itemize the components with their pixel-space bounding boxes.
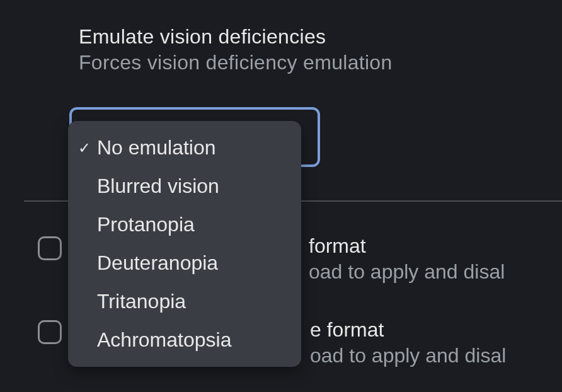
checkmark-icon: ✓ [78,139,97,157]
dropdown-option-label: Deuteranopia [97,251,289,275]
checkbox-label-group-1: format oad to apply and disal [309,234,505,284]
dropdown-option-achromatopsia[interactable]: Achromatopsia [68,321,301,359]
dropdown-option-label: Blurred vision [97,175,289,198]
checkbox-row-format-2 [38,320,62,344]
dropdown-option-deuteranopia[interactable]: Deuteranopia [68,244,301,282]
checkbox-format-2[interactable] [38,320,62,344]
checkbox-label-group-2: e format oad to apply and disal [310,318,506,367]
dropdown-option-label: No emulation [97,136,289,159]
dropdown-option-label: Achromatopsia [97,328,289,352]
vision-deficiency-dropdown: ✓ No emulation Blurred vision Protanopia… [68,121,301,367]
dropdown-option-tritanopia[interactable]: Tritanopia [68,282,301,321]
dropdown-option-protanopia[interactable]: Protanopia [68,205,301,244]
checkbox-desc-2: oad to apply and disal [310,344,506,367]
checkbox-title-1: format [309,234,505,258]
dropdown-option-label: Tritanopia [97,290,289,313]
dropdown-option-blurred-vision[interactable]: Blurred vision [68,167,301,205]
checkbox-format-1[interactable] [38,236,62,260]
checkbox-row-format-1 [38,236,62,260]
checkbox-title-2: e format [310,318,506,342]
dropdown-option-no-emulation[interactable]: ✓ No emulation [68,129,301,167]
section-description: Forces vision deficiency emulation [79,51,562,74]
checkbox-desc-1: oad to apply and disal [309,260,505,284]
section-title: Emulate vision deficiencies [79,25,562,49]
dropdown-option-label: Protanopia [97,213,289,236]
vision-deficiencies-section: Emulate vision deficiencies Forces visio… [0,0,562,74]
